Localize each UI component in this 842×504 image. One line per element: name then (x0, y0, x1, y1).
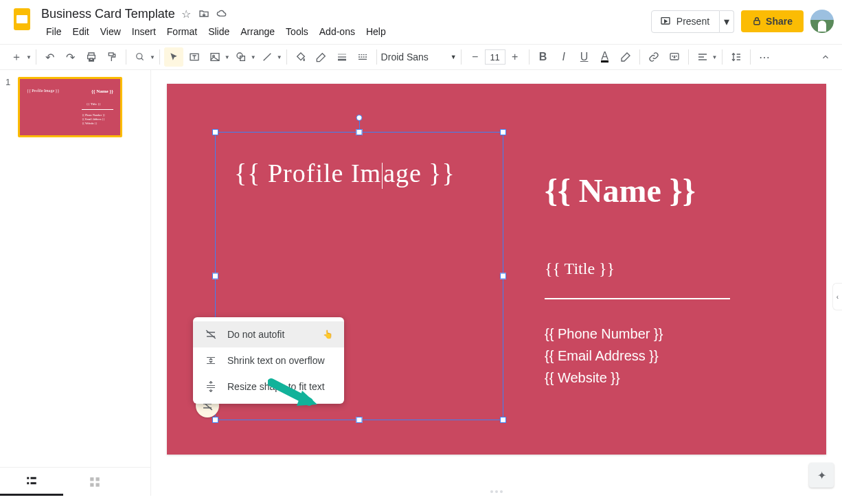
slide-panel: 1 {{ Profile Image }} {{ Name }} {{ Titl… (0, 70, 151, 496)
redo-button[interactable]: ↷ (61, 47, 80, 67)
svg-rect-17 (96, 477, 100, 481)
align-button[interactable] (693, 47, 712, 67)
doc-title[interactable]: Business Card Template (41, 7, 175, 21)
menu-format[interactable]: Format (162, 23, 202, 40)
autofit-option-shrink[interactable]: Shrink text on overflow (193, 347, 344, 374)
resize-handle-s[interactable] (356, 417, 363, 423)
autofit-option-resize[interactable]: Resize shape to fit text (193, 374, 344, 400)
canvas-area[interactable]: {{ Profile Image }} {{ Name }} {{ Title … (151, 70, 842, 496)
font-family-select[interactable]: Droid Sans▼ (381, 51, 457, 62)
cloud-status-icon[interactable] (215, 7, 229, 21)
title-textbox[interactable]: {{ Title }} (545, 260, 615, 278)
menu-edit[interactable]: Edit (68, 23, 94, 40)
menu-help[interactable]: Help (361, 23, 391, 40)
menu-tools[interactable]: Tools (281, 23, 313, 40)
phone-textbox[interactable]: {{ Phone Number }} (545, 323, 663, 345)
paint-format-button[interactable] (102, 47, 122, 67)
thumb-name-text: {{ Name }} (91, 89, 113, 94)
link-button[interactable] (644, 47, 663, 67)
zoom-dropdown[interactable]: ▼ (150, 54, 155, 60)
new-slide-button[interactable]: ＋ (7, 47, 26, 67)
divider-line (545, 298, 730, 299)
font-size-increase[interactable]: + (505, 47, 525, 67)
font-size-input[interactable] (485, 49, 505, 65)
zoom-button[interactable] (130, 47, 150, 67)
resize-handle-ne[interactable] (500, 129, 506, 135)
star-icon[interactable]: ☆ (179, 7, 193, 21)
share-label: Share (766, 16, 793, 27)
svg-rect-14 (31, 477, 36, 479)
slides-logo[interactable] (8, 5, 36, 33)
resize-handle-e[interactable] (500, 273, 506, 279)
italic-button[interactable]: I (554, 47, 573, 67)
email-textbox[interactable]: {{ Email Address }} (545, 345, 659, 367)
present-button[interactable]: Present (651, 10, 720, 33)
shrink-text-icon (204, 354, 218, 367)
rotate-handle[interactable] (356, 115, 363, 121)
side-panel-toggle[interactable]: ‹ (832, 283, 842, 310)
border-weight-button[interactable] (332, 47, 352, 67)
line-spacing-button[interactable] (727, 47, 746, 67)
resize-handle-sw[interactable] (212, 417, 218, 423)
resize-handle-nw[interactable] (212, 129, 218, 135)
autofit-option-do-not[interactable]: Do not autofit 👆 (193, 321, 344, 347)
thumb-profile-text: {{ Profile Image }} (27, 89, 59, 93)
explore-button[interactable]: ✦ (809, 463, 834, 488)
speaker-notes-handle[interactable] (490, 490, 503, 493)
do-not-autofit-icon (204, 328, 218, 341)
print-button[interactable] (82, 47, 101, 67)
border-color-button[interactable] (312, 47, 331, 67)
more-button[interactable]: ⋯ (755, 47, 774, 67)
account-avatar[interactable] (810, 10, 834, 33)
align-dropdown[interactable]: ▼ (712, 54, 718, 60)
image-dropdown[interactable]: ▼ (225, 54, 230, 60)
shape-button[interactable] (231, 47, 251, 67)
resize-shape-icon (204, 380, 218, 393)
menu-addons[interactable]: Add-ons (315, 23, 360, 40)
main-area: 1 {{ Profile Image }} {{ Name }} {{ Titl… (0, 70, 842, 496)
undo-button[interactable]: ↶ (41, 47, 60, 67)
resize-handle-se[interactable] (500, 417, 506, 423)
line-dropdown[interactable]: ▼ (277, 54, 282, 60)
view-switcher (0, 467, 150, 496)
text-color-button[interactable]: A (595, 47, 615, 67)
share-button[interactable]: Share (741, 10, 804, 32)
menu-file[interactable]: File (41, 23, 67, 40)
font-size-decrease[interactable]: − (466, 47, 485, 67)
textbox-button[interactable] (185, 47, 204, 67)
menu-bar: File Edit View Insert Format Slide Arran… (41, 23, 651, 44)
move-icon[interactable] (197, 7, 211, 21)
grid-view-button[interactable] (63, 468, 126, 496)
present-dropdown[interactable]: ▾ (720, 10, 734, 33)
collapse-toolbar-button[interactable] (816, 47, 835, 67)
highlight-color-button[interactable] (616, 47, 635, 67)
underline-button[interactable]: U (575, 47, 594, 67)
cursor-icon: 👆 (323, 330, 333, 339)
new-slide-dropdown[interactable]: ▼ (26, 54, 32, 60)
menu-slide[interactable]: Slide (203, 23, 234, 40)
shape-dropdown[interactable]: ▼ (251, 54, 256, 60)
slide-thumbnail[interactable]: {{ Profile Image }} {{ Name }} {{ Title … (18, 77, 122, 137)
fill-color-button[interactable] (291, 47, 310, 67)
autofit-option-label: Do not autofit (227, 329, 284, 340)
menu-view[interactable]: View (95, 23, 126, 40)
select-tool[interactable] (164, 47, 183, 67)
svg-rect-15 (31, 482, 36, 484)
line-button[interactable] (258, 47, 277, 67)
resize-handle-n[interactable] (356, 129, 363, 135)
menu-arrange[interactable]: Arrange (236, 23, 280, 40)
menu-insert[interactable]: Insert (127, 23, 161, 40)
name-textbox[interactable]: {{ Name }} (545, 172, 696, 209)
website-textbox[interactable]: {{ Website }} (545, 367, 620, 389)
filmstrip-view-button[interactable] (0, 468, 63, 496)
slide-canvas[interactable]: {{ Profile Image }} {{ Name }} {{ Title … (167, 84, 826, 455)
comment-button[interactable] (665, 47, 684, 67)
autofit-menu: Do not autofit 👆 Shrink text on overflow… (193, 317, 344, 404)
bold-button[interactable]: B (534, 47, 553, 67)
resize-handle-w[interactable] (212, 273, 218, 279)
image-button[interactable] (205, 47, 225, 67)
svg-rect-4 (109, 53, 113, 56)
present-label: Present (676, 16, 709, 27)
svg-rect-16 (90, 477, 93, 481)
border-dash-button[interactable] (353, 47, 372, 67)
